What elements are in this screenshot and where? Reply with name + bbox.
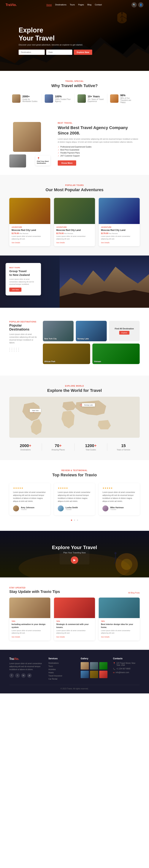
tip-link-0[interactable]: See Details	[11, 636, 20, 638]
explore-world-title: Explore the World for Travel	[9, 388, 140, 393]
footer-service-2[interactable]: Activities	[48, 669, 75, 671]
gallery-thumb-2[interactable]	[99, 662, 108, 670]
social-facebook-icon[interactable]: f	[9, 673, 14, 678]
adventure-card-desc-0: Lorem ipsum dolor sit amet consectetur a…	[11, 235, 48, 240]
explore-banner-play-button[interactable]: ▶	[71, 556, 78, 564]
review-role-1: Traveler	[66, 508, 78, 510]
hero-search-button[interactable]: Explore Now	[74, 50, 92, 55]
nav-icons: 🔍 👤	[132, 2, 143, 7]
footer-service-0[interactable]: Destinations	[48, 662, 75, 664]
best-travel-main-image	[13, 122, 41, 152]
gallery-thumb-5[interactable]	[99, 671, 108, 678]
adventure-card-desc-2: Lorem ipsum dolor sit amet consectetur a…	[101, 235, 138, 240]
tip-link-2[interactable]: See Details	[101, 636, 110, 638]
svg-point-15	[80, 405, 82, 406]
review-card-1: ★★★★★ Lorem ipsum dolor sit amet consect…	[54, 483, 95, 515]
review-dot-0[interactable]	[71, 520, 72, 521]
dest-card-norway[interactable]: Norway Lake	[76, 321, 107, 341]
location-icon: 📍	[113, 662, 115, 664]
dest-card-vietnam[interactable]: Vietnam	[92, 344, 140, 364]
footer-contact-address: 📍 123 Travel Street, New York, USA	[113, 662, 140, 666]
nav-link-destinations[interactable]: Destinations	[55, 4, 67, 6]
explore-banner-title: Explore Your Travel	[52, 545, 97, 550]
tip-card-0: TIPS Including animation in your design …	[9, 597, 50, 641]
footer-service-3[interactable]: Hotels	[48, 672, 75, 674]
world-map: Norway Lake New York	[9, 397, 140, 438]
nav-link-pages[interactable]: Pages	[78, 4, 84, 6]
gallery-thumb-3[interactable]	[81, 671, 89, 678]
svg-point-32	[121, 559, 132, 570]
why-stat-label-0: Guide for Worldwide Guides	[22, 98, 39, 102]
review-pagination	[9, 518, 140, 522]
tips-view-all-link[interactable]: All Blog Posts	[128, 592, 140, 594]
why-stat-label-1: 100% Trusted Tour Agency	[55, 98, 72, 102]
best-check-2: ✓ Flexible Payment Plans	[58, 152, 140, 154]
best-check-3: ✓ 24/7 Customer Support	[58, 155, 140, 157]
review-text-1: Lorem ipsum dolor sit amet consectetur a…	[58, 491, 91, 503]
tip-title-0: Including animation in your design syste…	[11, 623, 48, 629]
footer-service-4[interactable]: Travel Insurance	[48, 675, 75, 677]
popular-adventures-section: POPULAR TOURS Our Most Popular Adventure…	[0, 175, 149, 255]
nav-link-tours[interactable]: Tours	[70, 4, 75, 6]
best-travel-know-more-button[interactable]: Know More	[58, 160, 76, 166]
review-dot-2[interactable]	[77, 520, 78, 521]
hero-section: TraVio. Home Destinations Tours Pages Bl…	[0, 0, 149, 71]
hero-search-destination[interactable]	[18, 50, 45, 55]
tips-title: Stay Update with Travio Tips	[9, 590, 60, 594]
review-dot-1[interactable]	[74, 520, 75, 521]
review-author-1: Lusha Smith Traveler	[58, 505, 91, 512]
adventure-card-image-2	[99, 198, 140, 224]
adventures-title: Our Most Popular Adventures	[9, 187, 140, 192]
why-stat-1: 100% 100% Trusted Tour Agency	[42, 94, 75, 103]
why-travel-section: TRAVEL SPECIAL Why Travel with Tutive? 2…	[0, 71, 149, 113]
destinations-row-2: African Park Vietnam	[43, 344, 140, 364]
review-stars-1: ★★★★★	[58, 487, 91, 489]
nav-user-button[interactable]: 👤	[138, 2, 143, 7]
tip-tag-0: TIPS	[11, 620, 48, 622]
why-stat-image-0	[12, 94, 21, 103]
why-stat-image-1	[45, 94, 53, 103]
dest-card-label-norway: Norway Lake	[77, 338, 89, 340]
gallery-thumb-4[interactable]	[90, 671, 98, 678]
social-twitter-icon[interactable]: t	[15, 673, 20, 678]
best-travel-section: 📍 Find Your Best Destination BEST TRAVEL…	[0, 113, 149, 175]
group-travel-tag: BEST TOURS	[9, 267, 37, 269]
footer-service-5[interactable]: Car Rental	[48, 678, 75, 680]
group-travel-join-button[interactable]: Join Now	[9, 288, 22, 292]
review-name-2: Mike Hartman	[110, 506, 124, 508]
why-stat-label-3: 98% of Our Travelers are Happy	[120, 97, 137, 103]
world-stat-num-3: 15	[111, 443, 136, 448]
footer-copyright: © 2023 Travio. All rights reserved.	[9, 685, 140, 690]
footer-desc: Lorem ipsum dolor sit amet consectetur a…	[9, 662, 43, 671]
decorative-dots: for(let i=0;i<15;i++) document.write('<d…	[9, 348, 39, 351]
review-text-0: Lorem ipsum dolor sit amet consectetur a…	[13, 491, 46, 503]
footer-grid: TraVio. Lorem ipsum dolor sit amet conse…	[9, 657, 140, 681]
gallery-thumb-0[interactable]	[81, 662, 89, 670]
reviews-tag: REVIEW & TESTIMONIAL	[9, 469, 140, 471]
gallery-thumb-1[interactable]	[90, 662, 98, 670]
why-stat-2: 10+ Years 10+ Years of Travel Experience	[75, 94, 107, 103]
adventure-card-price-1: $179.00 Per Person	[56, 232, 93, 235]
phone-icon: 📞	[113, 668, 115, 670]
dest-card-africa[interactable]: African Park	[43, 344, 90, 364]
nav-link-blog[interactable]: Blog	[87, 4, 91, 6]
adventure-card-link-2[interactable]: See Details	[101, 242, 110, 244]
social-youtube-icon[interactable]: yt	[27, 673, 32, 678]
dest-card-nyc[interactable]: New York City	[43, 321, 74, 341]
social-instagram-icon[interactable]: in	[21, 673, 26, 678]
nav-link-home[interactable]: Home	[46, 4, 52, 6]
nav-link-contact[interactable]: Contact	[95, 4, 102, 6]
adventure-card-link-1[interactable]: See Details	[56, 242, 65, 244]
hero-search-date[interactable]	[46, 50, 72, 55]
review-avatar-1	[58, 505, 64, 512]
nav-search-button[interactable]: 🔍	[132, 2, 137, 7]
world-stat-1: 70+ Amazing Places	[42, 443, 75, 451]
adventure-card-link-0[interactable]: See Details	[11, 242, 20, 244]
find-all-button[interactable]: Explore	[119, 331, 129, 335]
destinations-grid: New York City Norway Lake Find All Desti…	[43, 321, 140, 366]
why-stat-num-3: 98%	[120, 94, 137, 97]
tip-link-1[interactable]: See Details	[56, 636, 65, 638]
review-name-1: Lusha Smith	[66, 506, 78, 508]
footer-service-1[interactable]: Tours	[48, 665, 75, 667]
find-all-destination[interactable]: Find All Destination Explore	[109, 321, 140, 341]
